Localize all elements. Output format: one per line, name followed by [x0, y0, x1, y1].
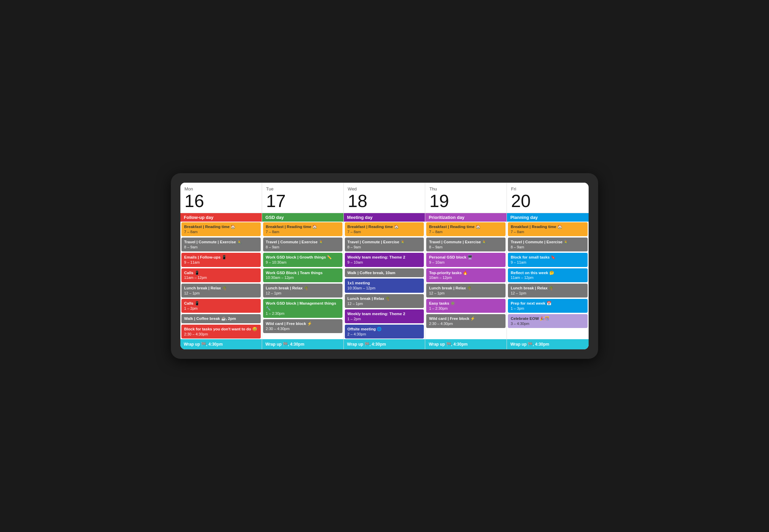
day-col-tue: Tue17GSD dayBreakfast | Reading time 🏠7 …: [262, 183, 344, 350]
events-container: Breakfast | Reading time 🏠7 – 8amTravel …: [180, 222, 262, 340]
day-theme: Planning day: [507, 213, 589, 222]
day-name: Thu: [429, 186, 502, 191]
day-header: Mon16: [180, 183, 262, 213]
event-item[interactable]: Personal GSD block 🖥️9 – 10am: [426, 253, 506, 267]
event-item[interactable]: Reflect on this week 🤔11am – 12pm: [508, 268, 588, 282]
event-time: 12 – 1pm: [184, 291, 258, 295]
wrapup-event[interactable]: Wrap up 🏁, 4:30pm: [507, 339, 589, 349]
event-item[interactable]: Block for tasks you don't want to do 😅2:…: [181, 325, 261, 339]
calendar-wrapper: Mon16Follow-up dayBreakfast | Reading ti…: [180, 183, 589, 350]
day-number: 18: [348, 191, 421, 211]
event-time: 10am – 12pm: [429, 275, 503, 280]
event-label: Block for tasks you don't want to do 😅: [184, 327, 257, 331]
day-header: Fri20: [507, 183, 589, 213]
event-label: Lunch break | Relax 🌴: [348, 296, 390, 301]
event-label: Lunch break | Relax 🌴: [429, 286, 472, 290]
event-time: 2:30 – 4:30pm: [184, 332, 258, 336]
event-item[interactable]: Work GSD block | Growth things ✏️9 – 10:…: [263, 253, 342, 267]
wrapup-event[interactable]: Wrap up 🏁, 4:30pm: [344, 339, 425, 349]
event-time: 2 – 4:30pm: [348, 332, 421, 336]
event-time: 2:30 – 4:30pm: [266, 326, 340, 331]
event-item[interactable]: Breakfast | Reading time 🏠7 – 8am: [345, 222, 424, 236]
day-col-wed: Wed18Meeting dayBreakfast | Reading time…: [344, 183, 426, 350]
event-time: 9 – 11am: [184, 260, 258, 265]
event-time: 12 – 1pm: [511, 291, 585, 295]
event-item[interactable]: Work GSD block | Management things 🔧1 – …: [263, 299, 342, 318]
wrapup-event[interactable]: Wrap up 🏁, 4:30pm: [262, 339, 343, 349]
event-label: Easy tasks ✳️: [429, 301, 455, 305]
event-label: Lunch break | Relax 🌴: [184, 286, 227, 290]
event-label: Walk | Coffee break, 10am: [348, 271, 396, 275]
event-item[interactable]: Emails | Follow-ups 📱9 – 11am: [181, 253, 261, 267]
day-theme: Meeting day: [344, 213, 425, 222]
event-label: Work GSD Block | Team things: [266, 271, 323, 275]
event-label: Wild card | Free block ⚡: [429, 316, 475, 321]
events-container: Breakfast | Reading time 🏠7 – 8amTravel …: [344, 222, 425, 340]
event-time: 1 – 2:30pm: [266, 311, 340, 316]
event-item[interactable]: Lunch break | Relax 🌴12 – 1pm: [345, 294, 424, 308]
event-item[interactable]: Offsite meeting 🌐2 – 4:30pm: [345, 325, 424, 339]
event-item[interactable]: Travel | Commute | Exercise 🚴8 – 9am: [508, 238, 588, 251]
event-item[interactable]: Calls 📱1 – 2pm: [181, 299, 261, 313]
event-time: 10:30am – 12pm: [266, 275, 340, 280]
event-item[interactable]: Travel | Commute | Exercise 🚴8 – 9am: [181, 238, 261, 251]
event-label: Personal GSD block 🖥️: [429, 255, 472, 259]
event-label: Breakfast | Reading time 🏠: [266, 225, 317, 229]
event-time: 8 – 9am: [511, 245, 585, 249]
event-time: 1 – 3pm: [511, 306, 585, 311]
day-col-mon: Mon16Follow-up dayBreakfast | Reading ti…: [180, 183, 262, 350]
event-item[interactable]: Work GSD Block | Team things10:30am – 12…: [263, 268, 342, 282]
event-label: Travel | Commute | Exercise 🚴: [266, 240, 323, 244]
day-theme: GSD day: [262, 213, 343, 222]
event-item[interactable]: Lunch break | Relax 🌴12 – 1pm: [426, 284, 506, 298]
event-time: 7 – 8am: [429, 229, 503, 234]
event-item[interactable]: Travel | Commute | Exercise 🚴8 – 9am: [345, 238, 424, 251]
event-label: Offsite meeting 🌐: [348, 327, 382, 331]
event-item[interactable]: Breakfast | Reading time 🏠7 – 8am: [508, 222, 588, 236]
event-item[interactable]: Breakfast | Reading time 🏠7 – 8am: [263, 222, 342, 236]
event-item[interactable]: Weekly team meeting: Theme 21 – 2pm: [345, 309, 424, 323]
event-item[interactable]: Block for small tasks 🔖9 – 11am: [508, 253, 588, 267]
event-item[interactable]: Wild card | Free block ⚡2:30 – 4:30pm: [263, 319, 342, 333]
event-item[interactable]: Lunch break | Relax 🌴12 – 1pm: [181, 284, 261, 298]
event-item[interactable]: Travel | Commute | Exercise 🚴8 – 9am: [263, 238, 342, 251]
event-item[interactable]: Top-priority tasks 🔥10am – 12pm: [426, 268, 506, 282]
events-container: Breakfast | Reading time 🏠7 – 8amTravel …: [425, 222, 507, 340]
event-item[interactable]: Travel | Commute | Exercise 🚴8 – 9am: [426, 238, 506, 251]
day-number: 19: [429, 191, 502, 211]
event-time: 12 – 1pm: [266, 291, 340, 295]
event-item[interactable]: Lunch break | Relax 🌴12 – 1pm: [263, 284, 342, 298]
event-item[interactable]: Calls 📱11am – 12pm: [181, 268, 261, 282]
wrapup-event[interactable]: Wrap up 🏁, 4:30pm: [425, 339, 507, 349]
event-label: Wild card | Free block ⚡: [266, 322, 312, 326]
event-item[interactable]: Walk | Coffee break, 10am: [345, 268, 424, 278]
event-item[interactable]: 1x1 meeting10:30am – 12pm: [345, 279, 424, 292]
event-label: Top-priority tasks 🔥: [429, 271, 467, 275]
event-item[interactable]: Celebrate EOW 🎉🎊3 – 4:30pm: [508, 314, 588, 328]
calendar-grid: Mon16Follow-up dayBreakfast | Reading ti…: [180, 183, 589, 350]
event-label: Travel | Commute | Exercise 🚴: [511, 240, 568, 244]
event-item[interactable]: Breakfast | Reading time 🏠7 – 8am: [426, 222, 506, 236]
event-item[interactable]: Weekly team meeting: Theme 29 – 10am: [345, 253, 424, 267]
event-label: Travel | Commute | Exercise 🚴: [184, 240, 242, 244]
day-header: Tue17: [262, 183, 343, 213]
event-item[interactable]: Walk | Coffee break ☕, 2pm: [181, 314, 261, 323]
wrapup-event[interactable]: Wrap up 🏁, 4:30pm: [180, 339, 262, 349]
event-item[interactable]: Breakfast | Reading time 🏠7 – 8am: [181, 222, 261, 236]
event-item[interactable]: Easy tasks ✳️1 – 2:30pm: [426, 299, 506, 313]
event-label: Weekly team meeting: Theme 2: [348, 312, 405, 316]
event-label: Calls 📱: [184, 301, 199, 305]
event-item[interactable]: Wild card | Free block ⚡2:30 – 4:30pm: [426, 314, 506, 328]
event-label: Work GSD block | Growth things ✏️: [266, 255, 332, 259]
day-theme: Prioritization day: [425, 213, 507, 222]
day-header: Thu19: [425, 183, 507, 213]
event-time: 9 – 10:30am: [266, 260, 340, 265]
event-item[interactable]: Lunch break | Relax 🌴12 – 1pm: [508, 284, 588, 298]
event-label: Work GSD block | Management things 🔧: [266, 301, 336, 310]
event-time: 12 – 1pm: [348, 301, 421, 306]
event-time: 1 – 2pm: [348, 316, 421, 321]
event-label: Block for small tasks 🔖: [511, 255, 555, 259]
day-name: Fri: [511, 186, 585, 191]
event-item[interactable]: Prep for next week 📅1 – 3pm: [508, 299, 588, 313]
event-time: 11am – 12pm: [184, 275, 258, 280]
